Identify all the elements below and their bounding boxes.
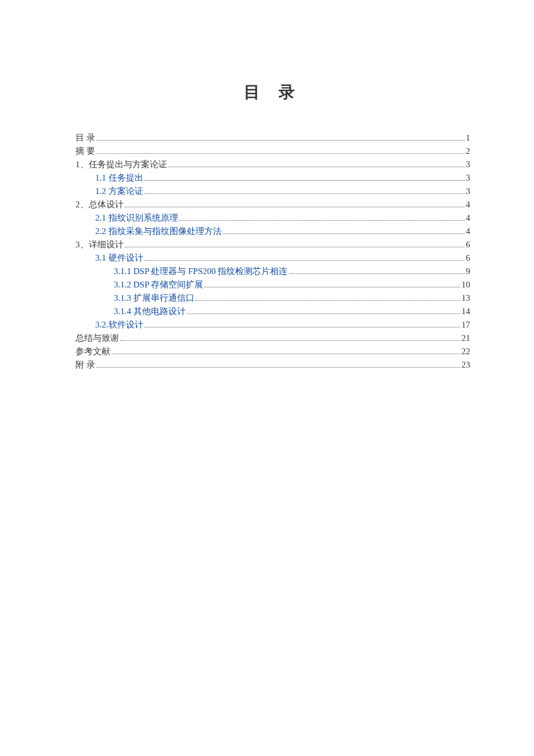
toc-leader-dots bbox=[145, 327, 461, 327]
toc-entry-label[interactable]: 3.2.软件设计 bbox=[95, 321, 143, 329]
toc-entry-label: 摘 要 bbox=[75, 147, 95, 156]
table-of-contents: 目 录1摘 要21、任务提出与方案论证31.1 任务提出31.2 方案论证32、… bbox=[75, 134, 470, 369]
document-page: 目 录 目 录1摘 要21、任务提出与方案论证31.1 任务提出31.2 方案论… bbox=[0, 0, 534, 369]
toc-entry-page: 21 bbox=[461, 334, 470, 343]
toc-leader-dots bbox=[168, 167, 465, 167]
toc-leader-dots bbox=[204, 287, 460, 287]
toc-entry[interactable]: 3.1.2 DSP 存储空间扩展 10 bbox=[75, 280, 470, 289]
toc-entry-label: 参考文献 bbox=[75, 347, 110, 356]
toc-entry-label[interactable]: 1.1 任务提出 bbox=[95, 174, 143, 182]
toc-entry: 附 录23 bbox=[75, 361, 470, 369]
toc-entry: 2、总体设计4 bbox=[75, 200, 470, 209]
toc-entry[interactable]: 1.1 任务提出3 bbox=[75, 174, 470, 182]
toc-entry-label: 3、详细设计 bbox=[75, 240, 124, 249]
toc-entry-page: 3 bbox=[466, 174, 471, 182]
toc-entry-label: 1、任务提出与方案论证 bbox=[75, 160, 167, 169]
toc-leader-dots bbox=[145, 260, 465, 261]
toc-entry[interactable]: 1.2 方案论证3 bbox=[75, 187, 470, 196]
toc-entry-page: 9 bbox=[466, 267, 471, 276]
toc-entry-label[interactable]: 2.2 指纹采集与指纹图像处理方法 bbox=[95, 227, 222, 236]
toc-entry[interactable]: 3.2.软件设计17 bbox=[75, 321, 470, 329]
toc-entry-page: 13 bbox=[461, 294, 470, 303]
toc-entry[interactable]: 3.1.3 扩展串行通信口13 bbox=[75, 294, 470, 303]
toc-entry-label: 目 录 bbox=[75, 134, 95, 142]
toc-entry-page: 1 bbox=[466, 134, 471, 142]
toc-entry-label: 2、总体设计 bbox=[75, 200, 124, 209]
toc-leader-dots bbox=[96, 367, 460, 368]
toc-entry[interactable]: 2.1 指纹识别系统原理4 bbox=[75, 214, 470, 222]
toc-entry-page: 2 bbox=[466, 147, 471, 156]
toc-leader-dots bbox=[145, 193, 465, 194]
toc-entry-label[interactable]: 3.1 硬件设计 bbox=[95, 254, 143, 262]
toc-entry[interactable]: 3.1.4 其他电路设计14 bbox=[75, 307, 470, 316]
toc-entry-page: 10 bbox=[461, 280, 470, 289]
toc-entry-page: 4 bbox=[466, 200, 471, 209]
toc-entry-page: 23 bbox=[461, 361, 470, 369]
toc-entry-page: 3 bbox=[466, 187, 471, 196]
toc-entry: 参考文献22 bbox=[75, 347, 470, 356]
toc-entry-label[interactable]: 3.1.4 其他电路设计 bbox=[114, 307, 186, 316]
toc-entry-page: 6 bbox=[466, 240, 471, 249]
toc-entry-page: 4 bbox=[466, 214, 471, 222]
toc-leader-dots bbox=[196, 300, 460, 301]
toc-entry: 1、任务提出与方案论证3 bbox=[75, 160, 470, 169]
toc-leader-dots bbox=[289, 273, 465, 274]
toc-entry-page: 3 bbox=[466, 160, 471, 169]
toc-leader-dots bbox=[96, 153, 465, 154]
toc-entry-label[interactable]: 3.1.1 DSP 处理器与 FPS200 指纹检测芯片相连 bbox=[114, 267, 288, 276]
toc-leader-dots bbox=[125, 207, 465, 207]
toc-leader-dots bbox=[179, 220, 465, 221]
toc-leader-dots bbox=[187, 314, 460, 314]
toc-entry-label[interactable]: 2.1 指纹识别系统原理 bbox=[95, 214, 178, 222]
toc-entry-page: 22 bbox=[461, 347, 470, 356]
toc-entry-label: 附 录 bbox=[75, 361, 95, 369]
toc-entry: 目 录1 bbox=[75, 134, 470, 142]
toc-entry-label[interactable]: 3.1.3 扩展串行通信口 bbox=[114, 294, 194, 303]
toc-entry: 3、详细设计6 bbox=[75, 240, 470, 249]
toc-leader-dots bbox=[145, 180, 465, 181]
toc-entry: 摘 要2 bbox=[75, 147, 470, 156]
toc-entry-label[interactable]: 1.2 方案论证 bbox=[95, 187, 143, 196]
toc-entry-label[interactable]: 3.1.2 DSP 存储空间扩展 bbox=[114, 280, 203, 289]
toc-entry[interactable]: 3.1.1 DSP 处理器与 FPS200 指纹检测芯片相连9 bbox=[75, 267, 470, 276]
toc-entry-page: 6 bbox=[466, 254, 471, 262]
toc-entry: 总结与致谢21 bbox=[75, 334, 470, 343]
toc-entry[interactable]: 2.2 指纹采集与指纹图像处理方法4 bbox=[75, 227, 470, 236]
toc-entry-label: 总结与致谢 bbox=[75, 334, 119, 343]
toc-leader-dots bbox=[125, 247, 465, 247]
toc-leader-dots bbox=[120, 340, 460, 341]
toc-title: 目 录 bbox=[75, 81, 470, 103]
toc-entry-page: 17 bbox=[461, 321, 470, 329]
toc-leader-dots bbox=[96, 140, 465, 141]
toc-leader-dots bbox=[111, 354, 460, 354]
toc-entry-page: 4 bbox=[466, 227, 471, 236]
toc-leader-dots bbox=[223, 233, 465, 234]
toc-entry-page: 14 bbox=[461, 307, 470, 316]
toc-entry[interactable]: 3.1 硬件设计6 bbox=[75, 254, 470, 262]
